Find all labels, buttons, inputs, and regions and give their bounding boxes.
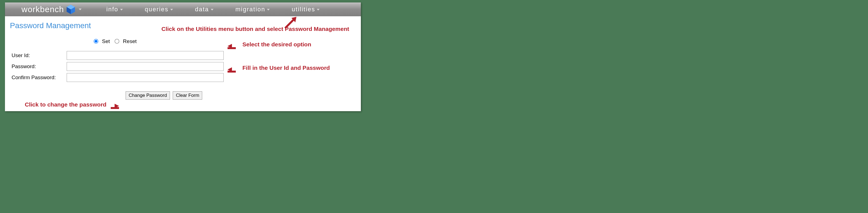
userid-input[interactable] bbox=[67, 51, 224, 60]
cube-icon bbox=[66, 4, 76, 15]
annot-change-arrow bbox=[115, 102, 119, 109]
confirm-password-input[interactable] bbox=[67, 73, 224, 82]
annot-option: Select the desired option bbox=[242, 41, 311, 48]
chevron-down-icon bbox=[79, 8, 82, 10]
chevron-down-icon bbox=[170, 9, 173, 10]
arrow-left-icon bbox=[227, 44, 232, 48]
nav-info[interactable]: info bbox=[106, 6, 123, 13]
mode-radio-group: Set Reset bbox=[10, 38, 225, 45]
radio-set[interactable] bbox=[94, 39, 98, 44]
label-confirm: Confirm Password: bbox=[10, 72, 65, 83]
nav-queries[interactable]: queries bbox=[145, 6, 173, 13]
radio-reset-label: Reset bbox=[123, 38, 136, 44]
nav-queries-label: queries bbox=[145, 6, 168, 13]
annot-fill: Fill in the User Id and Password bbox=[242, 64, 330, 71]
label-userid: User Id: bbox=[10, 50, 65, 61]
brand-text: workbench bbox=[22, 5, 64, 14]
chevron-down-icon bbox=[120, 9, 123, 10]
password-form: User Id: Password: Confirm Password: bbox=[10, 50, 225, 83]
button-row: Change Password Clear Form bbox=[126, 91, 356, 100]
arrow-left-icon bbox=[227, 67, 232, 72]
annot-option-arrow bbox=[227, 43, 232, 49]
radio-reset[interactable] bbox=[115, 39, 119, 44]
change-password-button[interactable]: Change Password bbox=[126, 91, 170, 100]
clear-form-button[interactable]: Clear Form bbox=[173, 91, 202, 100]
password-input[interactable] bbox=[67, 62, 224, 71]
nav-utilities-label: utilities bbox=[292, 6, 315, 13]
top-navbar: workbench info queries data migration ut… bbox=[5, 2, 361, 16]
annot-utilities: Click on the Utilities menu button and s… bbox=[161, 26, 349, 32]
annot-fill-arrow bbox=[227, 66, 232, 73]
nav-migration-label: migration bbox=[236, 6, 265, 13]
arrow-right-icon bbox=[115, 104, 119, 108]
nav-data-label: data bbox=[195, 6, 209, 13]
radio-set-label: Set bbox=[102, 38, 110, 44]
chevron-down-icon bbox=[317, 9, 319, 10]
nav-migration[interactable]: migration bbox=[236, 6, 270, 13]
nav-data[interactable]: data bbox=[195, 6, 214, 13]
brand: workbench bbox=[22, 4, 82, 15]
app-window: workbench info queries data migration ut… bbox=[5, 2, 361, 111]
nav-utilities[interactable]: utilities bbox=[292, 6, 319, 13]
label-password: Password: bbox=[10, 61, 65, 72]
nav-info-label: info bbox=[106, 6, 118, 13]
chevron-down-icon bbox=[211, 9, 214, 10]
annot-change: Click to change the password bbox=[25, 101, 106, 108]
chevron-down-icon bbox=[267, 9, 270, 10]
